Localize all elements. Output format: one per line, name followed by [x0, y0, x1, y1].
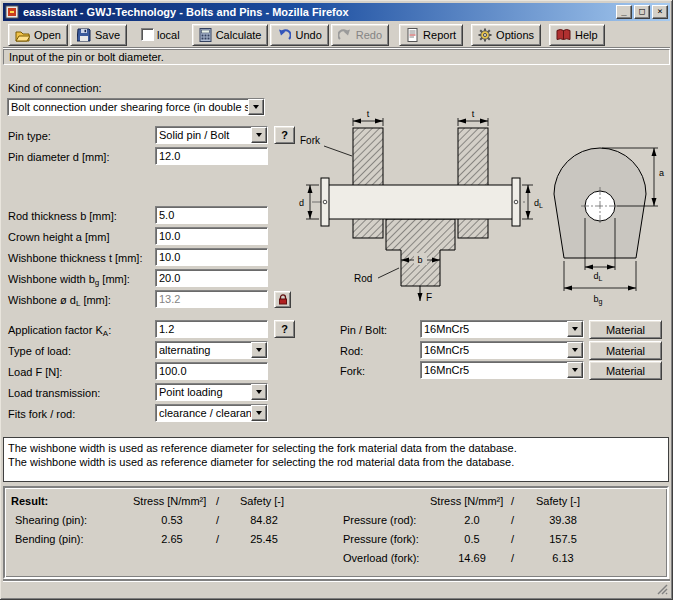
slash: /: [511, 495, 514, 507]
wishbone-width-input[interactable]: [155, 269, 268, 287]
redo-label: Redo: [356, 29, 382, 41]
drawing-label-dl-front: dL: [534, 198, 543, 209]
save-button[interactable]: Save: [70, 24, 127, 46]
label-text: [mm]:: [99, 273, 130, 285]
rod-leader-line: [378, 268, 399, 278]
wishbone-width-label: Wishbone width bg [mm]:: [8, 273, 130, 289]
label-text: Wishbone ø d: [8, 294, 76, 306]
undo-arrow-icon: [277, 28, 291, 42]
type-of-load-value: alternating: [156, 342, 251, 358]
app-window: eassistant - GWJ-Technology - Bolts and …: [0, 0, 673, 600]
cotter-hole-left: [323, 200, 327, 204]
pin-type-select[interactable]: Solid pin / Bolt: [155, 126, 268, 144]
crown-height-input[interactable]: [155, 227, 268, 245]
wishbone-thickness-input[interactable]: [155, 248, 268, 266]
fits-dropdown-button[interactable]: [251, 405, 267, 421]
load-transmission-label: Load transmission:: [8, 387, 100, 400]
chevron-down-icon: [572, 348, 578, 352]
rod-material-value: 16MnCr5: [421, 342, 567, 358]
label-text: Wishbone width b: [8, 273, 95, 285]
fork-material-label: Fork:: [340, 365, 365, 378]
type-of-load-dropdown-button[interactable]: [251, 342, 267, 358]
drawing-label-a: a: [659, 168, 664, 178]
status-message-bar: Input of the pin or bolt diameter.: [3, 49, 670, 65]
maximize-button[interactable]: □: [634, 5, 650, 19]
drawing-label-d: d: [299, 198, 304, 208]
drawing-label-dl-side: dL: [594, 271, 603, 282]
title-bar: eassistant - GWJ-Technology - Bolts and …: [3, 3, 670, 21]
stress-header-right: Stress [N/mm²]: [430, 495, 503, 507]
undo-button[interactable]: Undo: [270, 24, 328, 46]
stress-header-left: Stress [N/mm²]: [133, 495, 206, 507]
pin-material-select[interactable]: 16MnCr5: [420, 320, 584, 338]
fork-material-select[interactable]: 16MnCr5: [420, 361, 584, 379]
application-factor-help-button[interactable]: ?: [274, 320, 295, 338]
redo-arrow-icon: [338, 28, 352, 42]
pin-type-help-button[interactable]: ?: [274, 126, 295, 144]
fits-select[interactable]: clearance / clearanc: [155, 404, 268, 422]
chevron-down-icon: [256, 390, 262, 394]
rod-material-button[interactable]: Material: [589, 341, 662, 360]
type-of-load-select[interactable]: alternating: [155, 341, 268, 359]
pin-material-dropdown-button[interactable]: [567, 321, 583, 337]
load-transmission-select[interactable]: Point loading: [155, 383, 268, 401]
pin-material-label: Pin / Bolt:: [340, 324, 387, 337]
pin-body: [328, 185, 513, 219]
message-line: The wishbone width is used as reference …: [8, 455, 664, 469]
drawing-label-fork: Fork: [300, 135, 321, 146]
result-stress: 0.53: [143, 514, 201, 526]
open-button[interactable]: Open: [8, 24, 68, 46]
close-button[interactable]: ×: [652, 5, 668, 19]
slash: /: [216, 495, 219, 507]
result-stress: 0.5: [443, 533, 501, 545]
options-button[interactable]: Options: [471, 24, 541, 46]
kind-of-connection-select[interactable]: Bolt connection under shearing force (in…: [7, 98, 265, 116]
open-folder-icon: [15, 28, 30, 42]
application-factor-input[interactable]: [155, 320, 268, 338]
chevron-down-icon: [572, 327, 578, 331]
report-document-icon: [406, 28, 419, 42]
fork-material-value: 16MnCr5: [421, 362, 567, 378]
rod-material-label: Rod:: [340, 345, 363, 358]
pin-diameter-input[interactable]: [155, 147, 268, 165]
calculate-button[interactable]: Calculate: [192, 24, 269, 46]
rod-thickness-input[interactable]: [155, 206, 268, 224]
pin-material-button[interactable]: Material: [589, 320, 662, 339]
fork-leader-line: [324, 146, 352, 156]
fits-value: clearance / clearanc: [156, 405, 251, 421]
wishbone-thickness-label: Wishbone thickness t [mm]:: [8, 252, 143, 265]
fork-material-button[interactable]: Material: [589, 361, 662, 380]
help-book-icon: [556, 28, 571, 42]
fork-material-dropdown-button[interactable]: [567, 362, 583, 378]
slash: /: [511, 514, 514, 526]
rod-section: [386, 219, 455, 286]
minimize-button[interactable]: _: [616, 5, 632, 19]
save-floppy-icon: [77, 28, 91, 42]
pin-type-dropdown-button[interactable]: [251, 127, 267, 143]
pin-material-value: 16MnCr5: [421, 321, 567, 337]
load-input[interactable]: [155, 362, 268, 380]
redo-button: Redo: [331, 24, 389, 46]
chevron-down-icon: [256, 348, 262, 352]
local-checkbox-label: local: [157, 29, 180, 41]
help-label: Help: [575, 29, 598, 41]
report-button[interactable]: Report: [399, 24, 463, 46]
safety-header-left: Safety [-]: [240, 495, 284, 507]
results-panel: Result: Stress [N/mm²] / Safety [-] Stre…: [3, 486, 669, 579]
chevron-down-icon: [572, 368, 578, 372]
drawing-label-t-right: t: [472, 110, 475, 119]
cotter-hole-right: [514, 200, 518, 204]
resize-grip[interactable]: [656, 583, 668, 595]
rod-material-dropdown-button[interactable]: [567, 342, 583, 358]
wishbone-diameter-lock-button[interactable]: [274, 291, 291, 308]
slash: /: [216, 533, 219, 545]
calculate-label: Calculate: [216, 29, 262, 41]
load-transmission-dropdown-button[interactable]: [251, 384, 267, 400]
fits-label: Fits fork / rod:: [8, 408, 75, 421]
rod-material-select[interactable]: 16MnCr5: [420, 341, 584, 359]
type-of-load-label: Type of load:: [8, 345, 71, 358]
drawing-label-b: b: [417, 255, 422, 265]
help-button[interactable]: Help: [549, 24, 605, 46]
local-checkbox[interactable]: [141, 28, 154, 41]
kind-of-connection-dropdown-button[interactable]: [248, 99, 264, 115]
